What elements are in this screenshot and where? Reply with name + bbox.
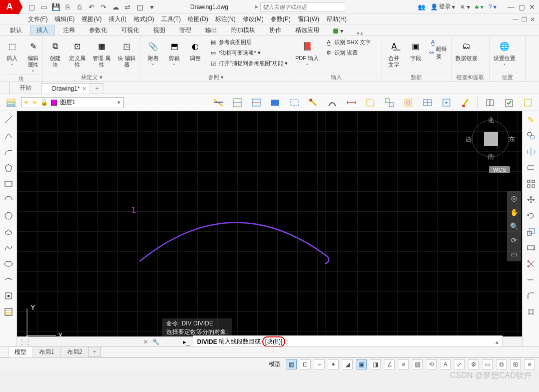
layer-states-icon[interactable] bbox=[4, 96, 18, 110]
qat-redo-icon[interactable]: ↷ bbox=[99, 3, 108, 12]
status-annoscale-icon[interactable]: ⤢ bbox=[454, 359, 465, 369]
menu-view[interactable]: 视图(V) bbox=[82, 15, 102, 24]
cmdline-close-icon[interactable]: ✕ bbox=[143, 338, 148, 345]
layer-dropdown-icon[interactable]: ▼ bbox=[117, 100, 121, 105]
qat-saveas-icon[interactable]: ⎘ bbox=[63, 3, 72, 12]
status-osnap-icon[interactable]: ▣ bbox=[356, 359, 367, 369]
viewcube-east[interactable]: 东 bbox=[509, 135, 515, 144]
arc-tool-icon[interactable] bbox=[2, 145, 15, 158]
tool-layer-match-icon[interactable] bbox=[230, 96, 244, 110]
block-editor-button[interactable]: ◳块 编辑器 bbox=[116, 37, 138, 69]
minimize-icon[interactable]: — bbox=[507, 3, 514, 11]
layout-tab-layout1[interactable]: 布局1 bbox=[33, 346, 61, 358]
nav-showmotion-icon[interactable]: ▭ bbox=[509, 249, 519, 259]
status-polar-icon[interactable]: ✦ bbox=[328, 359, 339, 369]
field-button[interactable]: ▣字段 bbox=[407, 37, 425, 63]
tool-paint-icon[interactable] bbox=[306, 96, 320, 110]
status-snap-icon[interactable]: ⊡ bbox=[300, 359, 311, 369]
search-input[interactable] bbox=[260, 3, 345, 12]
adjust-button[interactable]: ◐调整 bbox=[186, 37, 204, 63]
insert-tool-icon[interactable] bbox=[2, 289, 15, 302]
define-attribute-button[interactable]: ⊡定义属性 bbox=[67, 37, 88, 69]
menu-dimension[interactable]: 标注(N) bbox=[215, 15, 236, 24]
revcloud-tool-icon[interactable] bbox=[2, 225, 15, 238]
ribbon-tab-app-icon[interactable]: ▾ bbox=[327, 27, 349, 36]
cmdline-handle-icon[interactable]: ⋮⋮ bbox=[19, 338, 31, 345]
polyline-tool-icon[interactable] bbox=[2, 129, 15, 142]
qat-open-icon[interactable]: ▭ bbox=[39, 3, 48, 12]
recognize-shx-button[interactable]: A̲识别 SHX 文字 bbox=[325, 37, 371, 47]
status-anno-icon[interactable]: A bbox=[440, 359, 451, 369]
mdi-minimize-icon[interactable]: — bbox=[512, 16, 518, 23]
ribbon-tab-manage[interactable]: 管理 bbox=[173, 25, 197, 36]
menu-window[interactable]: 窗口(W) bbox=[298, 15, 319, 24]
qat-undo-icon[interactable]: ↶ bbox=[87, 3, 96, 12]
nav-wheel-icon[interactable]: ◎ bbox=[509, 193, 519, 203]
qat-more-3-icon[interactable]: ◫ bbox=[135, 3, 144, 12]
menu-modify[interactable]: 修改(M) bbox=[243, 15, 264, 24]
draw-pencil-icon[interactable]: ✎ bbox=[524, 113, 537, 126]
cloud-icon[interactable]: ♣ ▾ bbox=[475, 4, 483, 11]
qat-more-1-icon[interactable]: ☁ bbox=[111, 3, 120, 12]
ribbon-tab-addins[interactable]: 附加模块 bbox=[225, 25, 261, 36]
frames-vary-button[interactable]: ▭*边框可变选项* ▾ bbox=[209, 48, 288, 58]
status-workspace-icon[interactable]: ⚙ bbox=[468, 359, 479, 369]
tool-erase-icon[interactable] bbox=[458, 96, 472, 110]
file-tab-start[interactable]: 开始 bbox=[9, 82, 42, 94]
snap-underlay-button[interactable]: ◲打开"捕捉到参考底图"功能 ▾ bbox=[209, 58, 288, 68]
ribbon-tab-view[interactable]: 视图 bbox=[147, 25, 171, 36]
circle-tool-icon[interactable] bbox=[2, 209, 15, 222]
qat-more-2-icon[interactable]: ⇄ bbox=[123, 3, 132, 12]
stretch-tool-icon[interactable] bbox=[524, 241, 537, 254]
insert-block-button[interactable]: ⬚插入▾ bbox=[3, 37, 21, 68]
status-iso-icon[interactable]: ◢ bbox=[342, 359, 353, 369]
ellipse-tool-icon[interactable] bbox=[2, 257, 15, 270]
search-expand-icon[interactable]: ▶ bbox=[255, 5, 258, 9]
tool-book-icon[interactable] bbox=[483, 96, 497, 110]
tool-group-icon[interactable] bbox=[382, 96, 396, 110]
combine-text-button[interactable]: A͟合并 文字 bbox=[384, 37, 404, 69]
mdi-close-icon[interactable]: ✕ bbox=[530, 16, 535, 23]
ribbon-tab-annotate[interactable]: 注释 bbox=[57, 25, 81, 36]
trim-tool-icon[interactable] bbox=[524, 257, 537, 270]
tool-check-icon[interactable] bbox=[502, 96, 516, 110]
cmdline-config-icon[interactable]: 🔧 bbox=[152, 338, 160, 345]
fillet-tool-icon[interactable] bbox=[524, 289, 537, 302]
status-cycle-icon[interactable]: ⟲ bbox=[426, 359, 437, 369]
ribbon-collapse-icon[interactable]: ◂ ▴ bbox=[356, 30, 363, 36]
menu-edit[interactable]: 编辑(E) bbox=[55, 15, 75, 24]
mdi-restore-icon[interactable]: ❐ bbox=[521, 16, 527, 23]
qat-save-icon[interactable]: 💾 bbox=[51, 3, 60, 12]
status-transparency-icon[interactable]: ▨ bbox=[412, 359, 423, 369]
underlay-layers-button[interactable]: ▤参考底图图层 bbox=[209, 37, 288, 47]
offset-tool-icon[interactable] bbox=[524, 161, 537, 174]
menu-help[interactable]: 帮助(H) bbox=[326, 15, 347, 24]
tool-standards-icon[interactable] bbox=[521, 96, 535, 110]
help-icon[interactable]: ? ▾ bbox=[488, 4, 496, 11]
create-block-button[interactable]: ⧉创建块 bbox=[46, 37, 64, 69]
menu-file[interactable]: 文件(F) bbox=[28, 15, 48, 24]
hatch-tool-icon[interactable] bbox=[2, 305, 15, 318]
nav-zoom-icon[interactable]: 🔍 bbox=[509, 221, 519, 231]
ribbon-tab-default[interactable]: 默认 bbox=[4, 25, 28, 36]
copy-tool-icon[interactable] bbox=[524, 129, 537, 142]
file-tab-new-icon[interactable]: + bbox=[90, 83, 104, 94]
arc3p-tool-icon[interactable] bbox=[2, 193, 15, 206]
tool-snap-icon[interactable] bbox=[439, 96, 453, 110]
status-units-icon[interactable]: ⧉ bbox=[496, 359, 507, 369]
edit-attribute-button[interactable]: ✎编辑 属性▾ bbox=[24, 37, 42, 74]
status-grid-icon[interactable]: ▦ bbox=[286, 359, 297, 369]
tool-brush-icon[interactable] bbox=[325, 96, 339, 110]
ribbon-tab-visualize[interactable]: 可视化 bbox=[115, 25, 145, 36]
rectangle-tool-icon[interactable] bbox=[2, 177, 15, 190]
set-location-button[interactable]: 🌐设置位置▾ bbox=[492, 37, 516, 68]
file-tab-drawing1[interactable]: Drawing1*✕ bbox=[42, 83, 90, 94]
menu-insert[interactable]: 插入(I) bbox=[109, 15, 126, 24]
app-logo[interactable]: A bbox=[0, 0, 19, 14]
manage-attribute-button[interactable]: ▦管理 属性 bbox=[91, 37, 113, 69]
command-input[interactable]: DIVIDE 输入线段数目或 [块(B)] : ▴ bbox=[193, 335, 503, 346]
tool-bylayer-icon[interactable] bbox=[211, 96, 225, 110]
ribbon-tab-parametric[interactable]: 参数化 bbox=[83, 25, 113, 36]
tool-color-icon[interactable] bbox=[268, 96, 282, 110]
nav-pan-icon[interactable]: ✋ bbox=[509, 207, 519, 217]
